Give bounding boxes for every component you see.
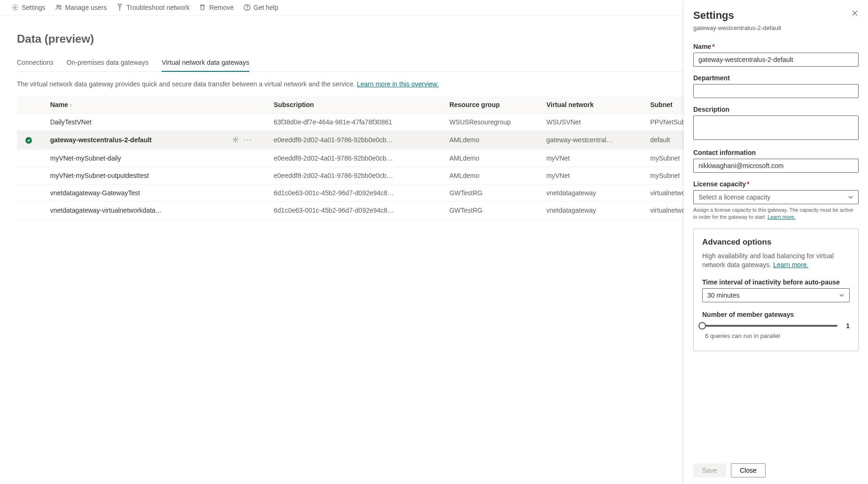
tab-connections[interactable]: Connections — [17, 55, 54, 72]
col-status — [17, 96, 45, 114]
row-name: DailyTestVNet — [45, 114, 226, 131]
users-icon — [55, 4, 62, 11]
row-sub: 63f38d0e-df7e-464a-981e-47fa78f30861 — [268, 114, 444, 131]
panel-subtitle: gateway-westcentralus-2-default — [693, 24, 781, 31]
department-label: Department — [693, 74, 859, 82]
chevron-down-icon — [848, 194, 853, 200]
row-name: myVNet-mySubnet-outputdesttest — [45, 167, 226, 184]
interval-label: Time interval of inactivity before auto-… — [702, 278, 850, 286]
slider-thumb[interactable] — [698, 322, 706, 330]
license-select[interactable]: Select a license capacity — [693, 190, 859, 204]
license-label: License capacity* — [693, 180, 859, 188]
advanced-options-box: Advanced options High availability and l… — [693, 229, 859, 351]
toolbar-help[interactable]: Get help — [243, 4, 279, 11]
settings-panel: Settings gateway-westcentralus-2-default… — [684, 0, 868, 484]
row-actions-cell — [226, 114, 268, 131]
row-sub: e0eeddf8-2d02-4a01-9786-92bb0e0cb… — [268, 149, 444, 167]
row-name: vnetdatagateway-virtualnetworkdata… — [45, 201, 226, 219]
row-actions-cell — [226, 149, 268, 167]
info-text-prefix: The virtual network data gateway provide… — [17, 80, 357, 88]
toolbar-manage-users-label: Manage users — [65, 4, 107, 11]
toolbar-settings[interactable]: Settings — [11, 4, 46, 11]
row-status — [17, 149, 45, 167]
advanced-options-desc: High availability and load balancing for… — [702, 252, 850, 270]
row-rg: GWTestRG — [444, 184, 541, 201]
description-input[interactable] — [693, 115, 859, 140]
license-learn-more-link[interactable]: Learn more. — [767, 214, 795, 220]
row-sub: e0eeddf8-2d02-4a01-9786-92bb0e0cb… — [268, 131, 444, 150]
close-panel-button[interactable] — [851, 9, 859, 18]
row-status — [17, 131, 45, 150]
license-helper: Assign a license capacity to this gatewa… — [693, 207, 859, 221]
row-name: myVNet-mySubnet-daily — [45, 149, 226, 167]
gear-icon[interactable] — [232, 136, 239, 143]
members-subtext: 6 queries can run in parallel — [705, 332, 850, 339]
advanced-options-title: Advanced options — [702, 238, 850, 247]
members-label: Number of member gateways — [702, 311, 850, 318]
status-ok-icon — [25, 137, 32, 144]
svg-point-5 — [247, 9, 247, 9]
panel-footer: Save Close — [693, 463, 859, 477]
department-input[interactable] — [693, 84, 859, 98]
interval-value: 30 minutes — [707, 292, 739, 299]
row-vn: vnetdatagateway — [541, 184, 644, 201]
save-button[interactable]: Save — [693, 463, 726, 477]
col-resource-group[interactable]: Resource group — [444, 96, 541, 114]
row-rg: AMLdemo — [444, 149, 541, 167]
row-vn: WSUSVNet — [541, 114, 644, 131]
row-actions-cell — [226, 184, 268, 201]
row-name: gateway-westcentralus-2-default — [45, 131, 226, 150]
toolbar-manage-users[interactable]: Manage users — [55, 4, 107, 11]
tab-on-premises[interactable]: On-premises data gateways — [67, 55, 148, 72]
contact-input[interactable] — [693, 159, 859, 173]
name-label: Name* — [693, 43, 859, 50]
row-status — [17, 184, 45, 201]
toolbar-remove-label: Remove — [209, 4, 233, 11]
sort-arrow-icon: ↑ — [70, 102, 72, 108]
row-sub: e0eeddf8-2d02-4a01-9786-92bb0e0cb… — [268, 167, 444, 184]
toolbar-help-label: Get help — [254, 4, 279, 11]
col-name[interactable]: Name↑ — [45, 96, 226, 114]
info-learn-more-link[interactable]: Learn more in this overview. — [357, 80, 439, 88]
row-status — [17, 167, 45, 184]
row-status — [17, 201, 45, 219]
row-actions-cell — [226, 167, 268, 184]
row-vn: myVNet — [541, 167, 644, 184]
members-value: 1 — [843, 322, 850, 330]
description-label: Description — [693, 106, 859, 113]
more-icon[interactable]: ··· — [244, 136, 252, 143]
col-virtual-network[interactable]: Virtual network — [541, 96, 644, 114]
contact-label: Contact information — [693, 149, 859, 156]
interval-select[interactable]: 30 minutes — [702, 288, 850, 302]
row-vn: vnetdatagateway — [541, 201, 644, 219]
close-icon — [851, 9, 859, 17]
row-rg: WSUSResouregroup — [444, 114, 541, 131]
toolbar-remove[interactable]: Remove — [199, 4, 233, 11]
svg-point-2 — [59, 6, 61, 7]
help-icon — [243, 4, 251, 11]
name-input[interactable] — [693, 53, 859, 67]
svg-point-3 — [119, 6, 120, 7]
row-name: vnetdatagateway-GatewayTest — [45, 184, 226, 201]
chevron-down-icon — [839, 292, 845, 298]
svg-point-0 — [14, 7, 16, 8]
tab-virtual-network[interactable]: Virtual network data gateways — [162, 55, 249, 72]
row-rg: AMLdemo — [444, 167, 541, 184]
row-vn: gateway-westcentral… — [541, 131, 644, 150]
advanced-learn-more-link[interactable]: Learn more. — [773, 261, 808, 269]
gear-icon — [11, 4, 19, 11]
row-actions-cell — [226, 201, 268, 219]
close-button[interactable]: Close — [731, 463, 766, 477]
antenna-icon — [116, 4, 124, 11]
panel-title: Settings — [693, 9, 781, 22]
row-actions-cell: ··· — [226, 131, 268, 150]
row-sub: 6d1c0e63-001c-45b2-96d7-d092e94c8… — [268, 201, 444, 219]
col-subscription[interactable]: Subscription — [268, 96, 444, 114]
toolbar-settings-label: Settings — [22, 4, 46, 11]
svg-point-1 — [56, 5, 58, 7]
license-placeholder: Select a license capacity — [698, 193, 770, 201]
toolbar-troubleshoot[interactable]: Troubleshoot network — [116, 4, 189, 11]
row-status — [17, 114, 45, 131]
members-slider[interactable] — [702, 325, 837, 327]
row-rg: GWTestRG — [444, 201, 541, 219]
